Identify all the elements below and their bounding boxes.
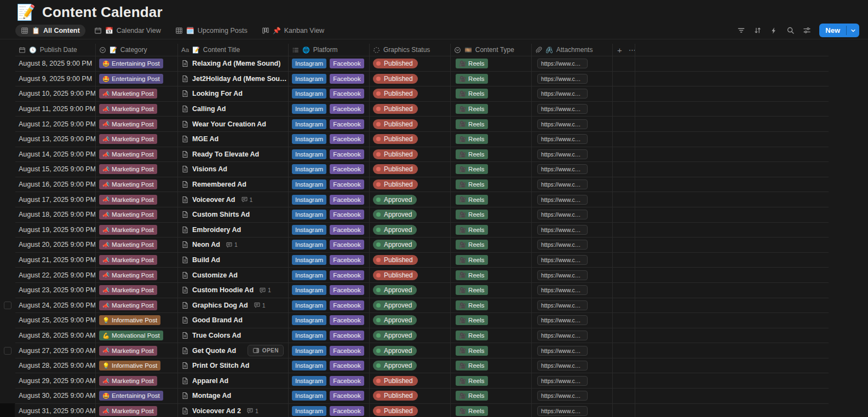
publish-date-cell[interactable]: August 24, 2025 9:00 PM (15, 298, 96, 314)
content-type-cell[interactable]: 🎥 Reels (451, 117, 532, 132)
content-type-cell[interactable]: 🎥 Reels (451, 102, 532, 117)
attachments-cell[interactable]: https://www.canva... (532, 389, 613, 404)
category-cell[interactable]: 🤩 Entertaining Post (96, 72, 178, 87)
status-pill[interactable]: Published (373, 89, 418, 99)
category-tag[interactable]: 📣 Marketing Post (99, 240, 157, 250)
platform-tag[interactable]: Facebook (330, 240, 364, 250)
category-cell[interactable]: 📣 Marketing Post (96, 192, 178, 207)
platform-cell[interactable]: InstagramFacebook (289, 223, 370, 238)
platform-tag[interactable]: Facebook (330, 285, 364, 295)
table-row[interactable]: August 29, 2025 9:00 AM 📣 Marketing Post… (0, 373, 829, 389)
content-type-tag[interactable]: 🎥 Reels (456, 315, 488, 325)
open-button[interactable]: OPEN (248, 345, 284, 356)
status-pill[interactable]: Published (373, 179, 418, 189)
publish-date-cell[interactable]: August 10, 2025 9:00 PM (15, 86, 96, 102)
graphics-status-cell[interactable]: Published (370, 86, 451, 102)
platform-cell[interactable]: InstagramFacebook (289, 177, 370, 193)
platform-tag[interactable]: Facebook (330, 210, 364, 219)
status-pill[interactable]: Approved (373, 210, 417, 219)
attachments-cell[interactable]: https://www.canva... (532, 56, 613, 72)
attachment-link[interactable]: https://www.canva... (537, 391, 588, 401)
publish-date-cell[interactable]: August 31, 2025 9:00 AM (15, 404, 96, 417)
graphics-status-cell[interactable]: Published (370, 56, 451, 72)
table-row[interactable]: August 14, 2025 9:00 PM 📣 Marketing Post… (0, 147, 829, 163)
attachment-link[interactable]: https://www.canva... (537, 179, 588, 189)
content-type-cell[interactable]: 🎥 Reels (451, 207, 532, 223)
category-tag[interactable]: 📣 Marketing Post (99, 104, 157, 114)
content-title-cell[interactable]: Apparel Ad (178, 373, 289, 389)
attachments-cell[interactable]: https://www.canva... (532, 72, 613, 87)
platform-tag[interactable]: Instagram (292, 391, 326, 401)
platform-tag[interactable]: Facebook (330, 164, 364, 174)
attachment-link[interactable]: https://www.canva... (537, 210, 588, 219)
category-cell[interactable]: 💡 Informative Post (96, 313, 178, 328)
graphics-status-cell[interactable]: Published (370, 389, 451, 404)
platform-tag[interactable]: Facebook (330, 179, 364, 189)
content-type-tag[interactable]: 🎥 Reels (456, 89, 488, 99)
category-tag[interactable]: 💡 Informative Post (99, 315, 160, 325)
platform-tag[interactable]: Instagram (292, 361, 326, 370)
category-cell[interactable]: 📣 Marketing Post (96, 117, 178, 132)
platform-cell[interactable]: InstagramFacebook (289, 404, 370, 417)
attachment-link[interactable]: https://www.canva... (537, 225, 588, 235)
platform-tag[interactable]: Instagram (292, 331, 326, 340)
platform-tag[interactable]: Facebook (330, 376, 364, 386)
category-cell[interactable]: 📣 Marketing Post (96, 223, 178, 238)
content-type-tag[interactable]: 🎥 Reels (456, 240, 488, 250)
platform-tag[interactable]: Facebook (330, 119, 364, 129)
category-tag[interactable]: 📣 Marketing Post (99, 406, 157, 416)
attachment-link[interactable]: https://www.canva... (537, 240, 588, 250)
table-row[interactable]: August 28, 2025 9:00 AM 💡 Informative Po… (0, 358, 829, 374)
category-cell[interactable]: 📣 Marketing Post (96, 102, 178, 117)
category-tag[interactable]: 📣 Marketing Post (99, 300, 157, 310)
publish-date-cell[interactable]: August 16, 2025 9:00 PM (15, 177, 96, 193)
platform-tag[interactable]: Facebook (330, 270, 364, 280)
publish-date-cell[interactable]: August 8, 2025 9:00 PM (15, 56, 96, 72)
status-pill[interactable]: Approved (373, 300, 417, 310)
content-type-cell[interactable]: 🎥 Reels (451, 72, 532, 87)
content-type-tag[interactable]: 🎥 Reels (456, 59, 488, 68)
content-title-cell[interactable]: Embroidery Ad (178, 223, 289, 238)
graphics-status-cell[interactable]: Published (370, 147, 451, 163)
graphics-status-cell[interactable]: Published (370, 373, 451, 389)
publish-date-cell[interactable]: August 30, 2025 9:00 AM (15, 389, 96, 404)
sort-icon[interactable] (750, 24, 764, 38)
content-type-cell[interactable]: 🎥 Reels (451, 313, 532, 328)
category-cell[interactable]: 📣 Marketing Post (96, 343, 178, 358)
table-row[interactable]: August 11, 2025 9:00 PM 📣 Marketing Post… (0, 102, 829, 117)
platform-tag[interactable]: Facebook (330, 255, 364, 265)
table-row[interactable]: August 18, 2025 9:00 PM 📣 Marketing Post… (0, 207, 829, 223)
table-row[interactable]: August 13, 2025 9:00 PM 📣 Marketing Post… (0, 132, 829, 147)
table-row[interactable]: August 21, 2025 9:00 PM 📣 Marketing Post… (0, 253, 829, 268)
chevron-down-icon[interactable] (847, 24, 859, 37)
more-options-button[interactable]: ⋯ (629, 46, 635, 54)
content-type-tag[interactable]: 🎥 Reels (456, 376, 488, 386)
content-title-cell[interactable]: Remembered Ad (178, 177, 289, 193)
category-tag[interactable]: 💪 Motivational Post (99, 331, 163, 340)
platform-tag[interactable]: Facebook (330, 89, 364, 99)
row-checkbox[interactable] (4, 347, 12, 355)
content-type-tag[interactable]: 🎥 Reels (456, 134, 488, 144)
content-type-tag[interactable]: 🎥 Reels (456, 210, 488, 219)
platform-tag[interactable]: Instagram (292, 270, 326, 280)
status-pill[interactable]: Approved (373, 346, 417, 356)
publish-date-cell[interactable]: August 27, 2025 9:00 AM (15, 343, 96, 358)
sliders-icon[interactable] (800, 24, 814, 38)
publish-date-cell[interactable]: August 20, 2025 9:00 PM (15, 238, 96, 253)
graphics-status-cell[interactable]: Published (370, 132, 451, 147)
platform-tag[interactable]: Instagram (292, 195, 326, 205)
platform-cell[interactable]: InstagramFacebook (289, 56, 370, 72)
attachment-link[interactable]: https://www.canva... (537, 119, 588, 129)
column-header-platform[interactable]: 🌐 Platform (289, 44, 370, 56)
table-row[interactable]: August 27, 2025 9:00 AM 📣 Marketing Post… (0, 343, 829, 358)
attachments-cell[interactable]: https://www.canva... (532, 283, 613, 298)
attachments-cell[interactable]: https://www.canva... (532, 177, 613, 193)
attachments-cell[interactable]: https://www.canva... (532, 192, 613, 207)
platform-cell[interactable]: InstagramFacebook (289, 253, 370, 268)
platform-cell[interactable]: InstagramFacebook (289, 328, 370, 344)
content-type-tag[interactable]: 🎥 Reels (456, 119, 488, 129)
attachment-link[interactable]: https://www.canva... (537, 134, 588, 144)
lightning-icon[interactable] (767, 24, 781, 38)
table-row[interactable]: August 24, 2025 9:00 PM 📣 Marketing Post… (0, 298, 829, 314)
attachment-link[interactable]: https://www.canva... (537, 59, 588, 68)
